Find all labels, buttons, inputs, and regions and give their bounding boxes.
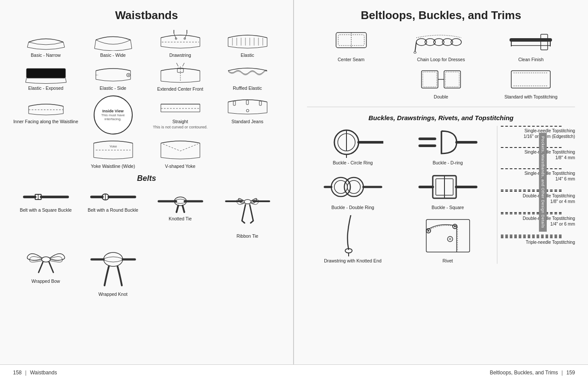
- svg-rect-74: [511, 71, 550, 88]
- label-rivet: Rivet: [443, 258, 453, 264]
- footer-left: 158 | Waistbands: [0, 365, 294, 380]
- label-wrapped-bow: Wrapped Bow: [32, 278, 60, 285]
- label-drawstring-knotted: Drawstring with Knotted End: [324, 258, 381, 264]
- buckles-left-col: Buckle - Circle Ring: [307, 126, 399, 264]
- footer-label-left: Waistbands: [30, 370, 57, 376]
- topstitch-label-4: Double-needle Topstitching1/8" or 4 mm: [501, 193, 575, 204]
- inside-view-circle: Inside View This must have interfacing.: [94, 95, 133, 134]
- svg-rect-70: [423, 72, 437, 87]
- circle-note: This must have interfacing.: [95, 113, 132, 121]
- side-tab: Pockets, Waistbands, and Other Design De…: [539, 133, 547, 232]
- topstitch-item-3: Single-needle Topstitching1/4" 6 mm: [501, 168, 575, 182]
- item-belt-round: Belt with a Round Buckle: [80, 188, 146, 239]
- right-inner: Beltloops, Buckles, and Trims: [307, 9, 575, 356]
- footer-label-right: Beltloops, Buckles, and Trims: [490, 370, 558, 376]
- item-wrapped-bow: Wrapped Bow: [13, 242, 78, 298]
- svg-rect-69: [421, 71, 438, 88]
- waistbands-row1: Basic - Narrow Basic - Wide: [13, 29, 280, 59]
- label-buckle-double-ring: Buckle - Double Ring: [331, 205, 374, 211]
- item-elastic-side: Elastic - Side: [80, 62, 146, 92]
- item-center-seam: Center Seam: [307, 29, 395, 63]
- svg-point-33: [246, 109, 249, 112]
- label-buckle-square: Buckle - Square: [431, 205, 464, 211]
- label-standard-topstitch: Standard with Topstitching: [504, 94, 557, 100]
- page-right: Beltloops, Buckles, and Trims: [294, 0, 588, 364]
- item-knotted-tie: Knotted Tie: [147, 188, 213, 239]
- right-content: Center Seam: [307, 29, 575, 356]
- label-ribbon-tie: Ribbon Tie: [236, 233, 258, 239]
- item-inside-view: Inside View This must have interfacing.: [80, 95, 146, 134]
- section-divider: [307, 107, 575, 107]
- label-buckle-circle: Buckle - Circle Ring: [333, 160, 372, 166]
- svg-point-86: [347, 180, 360, 193]
- label-belt-square: Belt with a Square Buckle: [20, 207, 72, 213]
- belts-row1: Belt with a Square Buckle Belt with a Ro…: [13, 188, 280, 239]
- svg-line-0: [27, 42, 29, 47]
- item-double: Double: [397, 66, 485, 100]
- label-elastic: Elastic: [241, 52, 254, 59]
- label-basic-narrow: Basic - Narrow: [31, 52, 61, 59]
- belts-heading: Belts: [13, 174, 280, 183]
- svg-line-3: [131, 40, 132, 49]
- item-standard-jeans: Standard Jeans: [215, 95, 280, 134]
- label-ruffled-elastic: Ruffled Elastic: [233, 85, 262, 92]
- item-elastic-exposed: Elastic - Exposed: [13, 62, 78, 92]
- topstitching-col: Single-needle Topstitching1/16" or 2 mm …: [497, 126, 575, 264]
- label-knotted-tie: Knotted Tie: [169, 216, 192, 222]
- svg-line-6: [174, 33, 176, 39]
- svg-point-50: [42, 257, 50, 262]
- svg-line-2: [95, 40, 96, 49]
- label-buckle-dring: Buckle - D-ring: [433, 160, 463, 166]
- label-elastic-side: Elastic - Side: [100, 85, 126, 92]
- footer-divider-right: |: [562, 370, 563, 376]
- right-main: Center Seam: [307, 29, 575, 356]
- item-rivet: Rivet: [402, 215, 493, 264]
- topstitch-item-1: Single-needle Topstitching1/16" or 2 mm …: [501, 126, 575, 139]
- label-inner-facing: Inner Facing along the Waistline: [13, 119, 78, 125]
- svg-point-107: [449, 238, 451, 240]
- item-basic-narrow: Basic - Narrow: [13, 29, 78, 59]
- label-belt-round: Belt with a Round Buckle: [88, 207, 138, 213]
- label-straight: Straight: [172, 119, 188, 125]
- svg-rect-71: [444, 71, 461, 88]
- item-yoke-wide: Yoke Yoke Waistline (Wide): [80, 138, 146, 170]
- pages: Waistbands Basic - Narrow: [0, 0, 588, 364]
- item-drawstring: Drawstring: [147, 29, 213, 59]
- item-elastic: Elastic: [215, 29, 280, 59]
- svg-rect-31: [246, 100, 248, 105]
- topstitch-item-4: Double-needle Topstitching1/8" or 4 mm: [501, 190, 575, 204]
- item-inner-facing: Inner Facing along the Waistline: [13, 95, 78, 134]
- page-footer: 158 | Waistbands Beltloops, Buckles, and…: [0, 364, 588, 380]
- page-num-left: 158: [13, 370, 22, 376]
- svg-point-106: [448, 236, 453, 242]
- book-spread: Waistbands Basic - Narrow: [0, 0, 588, 380]
- right-page-heading: Beltloops, Buckles, and Trims: [307, 9, 575, 22]
- beltloops-row1: Center Seam: [307, 29, 575, 63]
- svg-rect-19: [26, 69, 65, 78]
- item-buckle-dring: Buckle - D-ring: [402, 126, 493, 166]
- label-extended-cf: Extended Center Front: [157, 86, 203, 92]
- item-chain-loop: Chain Loop for Dresses: [397, 29, 485, 63]
- topstitch-label-6: Triple-needle Topstitching: [501, 239, 575, 245]
- label-elastic-exposed: Elastic - Exposed: [28, 85, 63, 92]
- topstitch-item-5: Double-needle Topstitching1/4" or 6 mm: [501, 212, 575, 227]
- svg-rect-30: [233, 101, 235, 105]
- item-clean-finish: Clean Finish: [487, 29, 575, 63]
- svg-line-27: [183, 63, 184, 66]
- item-standard-topstitch: Standard with Topstitching: [487, 66, 575, 100]
- topstitch-label-1: Single-needle Topstitching1/16" or 2 mm …: [501, 128, 575, 139]
- buckles-right-col: Buckle - D-ring: [402, 126, 493, 264]
- label-yoke-wide: Yoke Waistline (Wide): [91, 164, 135, 170]
- label-double: Double: [434, 94, 448, 100]
- label-standard-jeans: Standard Jeans: [232, 119, 264, 125]
- svg-line-8: [185, 33, 187, 39]
- belts-row2: Wrapped Bow: [13, 242, 280, 298]
- svg-point-49: [244, 200, 251, 204]
- svg-line-62: [415, 42, 416, 52]
- waistbands-row2: Elastic - Exposed Elastic - Side: [13, 62, 280, 92]
- svg-rect-68: [541, 34, 548, 50]
- beltloops-row2: Double Standard with Topstitching: [307, 66, 575, 100]
- topstitch-label-3: Single-needle Topstitching1/4" 6 mm: [501, 170, 575, 182]
- svg-text:Yoke: Yoke: [109, 144, 117, 148]
- item-extended-center-front: Extended Center Front: [147, 62, 213, 92]
